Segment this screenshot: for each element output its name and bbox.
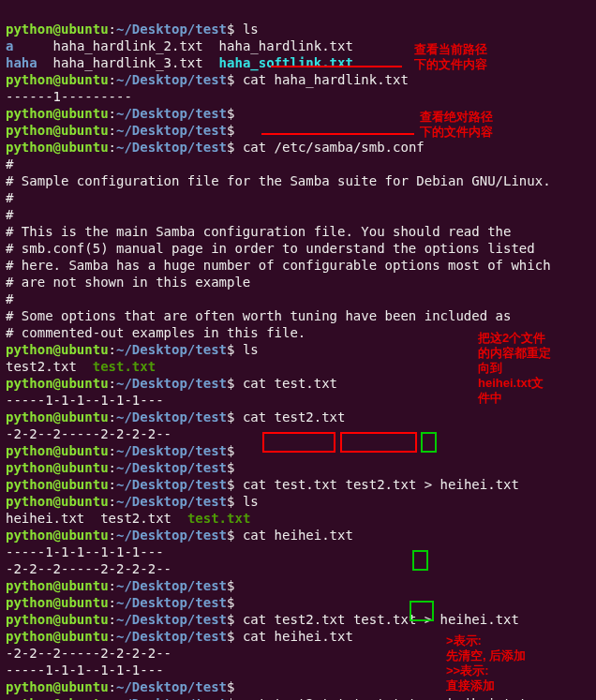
samba-7: # here. Samba has a huge number of confi… [6,258,551,273]
samba-5: # This is the main Samba configuration f… [6,224,511,239]
box-redirect-gtgt [410,601,434,621]
prompt-l6: python@ubuntu:~/Desktop/test$ [6,342,234,357]
prompt-l4: python@ubuntu:~/Desktop/test$ [6,123,234,138]
samba-6: # smb.conf(5) manual page in order to un… [6,241,535,256]
annotation-redirect-meaning: >表示: 先清空, 后添加 >>表示: 直接添加 [446,633,526,693]
prompt-l8: python@ubuntu:~/Desktop/test$ [6,410,234,424]
cmd-ls2: ls [243,342,259,357]
cmd-cat-redir: cat test.txt test2.txt > heihei.txt [243,477,519,492]
box-redirect-gt2 [412,550,428,571]
samba-11: # commented-out examples in this file. [6,325,305,340]
cmd-ls1: ls [243,22,259,37]
annotation-redirect-both: 把这2个文件 的内容都重定 向到 heihei.txt文 件中 [478,331,551,406]
cmd-cat-hh: cat heihei.txt [243,528,353,543]
samba-2: # Sample configuration file for the Samb… [6,173,551,188]
prompt-l9: python@ubuntu:~/Desktop/test$ [6,443,234,458]
out-hh1-2: -2-2--2-----2-2-2-2-- [6,561,171,576]
cmd-cat-hh2: cat heihei.txt [243,629,353,644]
prompt-l16: python@ubuntu:~/Desktop/test$ [6,612,234,627]
out-t1: -----1-1-1--1-1-1--- [6,393,164,408]
prompt-l19: python@ubuntu:~/Desktop/test$ [6,696,234,700]
out-t2: -2-2--2-----2-2-2-2-- [6,426,171,441]
ls2-row: test2.txt test.txt [6,359,156,374]
cmd-cat-t1: cat test.txt [243,376,337,391]
prompt-l7: python@ubuntu:~/Desktop/test$ [6,376,234,391]
ls1-row2: haha haha_hardlink_3.txt haha_softlink.t… [6,55,353,70]
samba-3: # [6,190,13,205]
samba-10: # Some options that are often worth tuni… [6,308,511,323]
prompt-l12: python@ubuntu:~/Desktop/test$ [6,494,234,509]
prompt-l15: python@ubuntu:~/Desktop/test$ [6,595,234,610]
samba-1: # [6,156,13,171]
ls1-row1: a haha_hardlink_2.txt haha_hardlink.txt [6,38,353,53]
box-redirect-gt [421,432,437,453]
samba-4: # [6,207,13,222]
underline-hardlink [271,66,402,67]
terminal-window[interactable]: python@ubuntu:~/Desktop/test$ ls a haha_… [0,0,596,700]
prompt-l18: python@ubuntu:~/Desktop/test$ [6,679,234,694]
out-hl: ------1--------- [6,89,132,104]
box-test2-txt [340,432,417,453]
cmd-cat-append: cat test2.txt test.txt >> heihei.txt [243,696,527,700]
out-hh2-2: -----1-1-1--1-1-1--- [6,663,164,678]
prompt-l10: python@ubuntu:~/Desktop/test$ [6,460,234,475]
prompt-l5: python@ubuntu:~/Desktop/test$ [6,140,234,155]
prompt-l13: python@ubuntu:~/Desktop/test$ [6,528,234,543]
prompt-l14: python@ubuntu:~/Desktop/test$ [6,578,234,593]
cmd-cat-t2: cat test2.txt [243,410,346,424]
underline-smb [261,133,414,135]
prompt-l2: python@ubuntu:~/Desktop/test$ [6,72,234,87]
samba-8: # are not shown in this example [6,275,250,290]
box-test-txt [262,432,335,453]
out-hh2-1: -2-2--2-----2-2-2-2-- [6,646,171,661]
ls3-row: heihei.txt test2.txt test.txt [6,511,250,526]
out-hh1-1: -----1-1-1--1-1-1--- [6,544,164,559]
cmd-cat-smb: cat /etc/samba/smb.conf [243,140,425,155]
prompt-l17: python@ubuntu:~/Desktop/test$ [6,629,234,644]
prompt-l11: python@ubuntu:~/Desktop/test$ [6,477,234,492]
prompt-l1: python@ubuntu:~/Desktop/test$ [6,22,234,37]
annotation-current-path: 查看当前路径 下的文件内容 [414,42,487,72]
prompt-l3: python@ubuntu:~/Desktop/test$ [6,106,234,121]
cmd-ls3: ls [243,494,259,509]
cmd-cat-r2: cat test2.txt test.txt > heihei.txt [243,612,519,627]
samba-9: # [6,291,13,306]
cmd-cat-hl: cat haha_hardlink.txt [243,72,409,87]
annotation-absolute-path: 查看绝对路径 下的文件内容 [420,110,493,140]
